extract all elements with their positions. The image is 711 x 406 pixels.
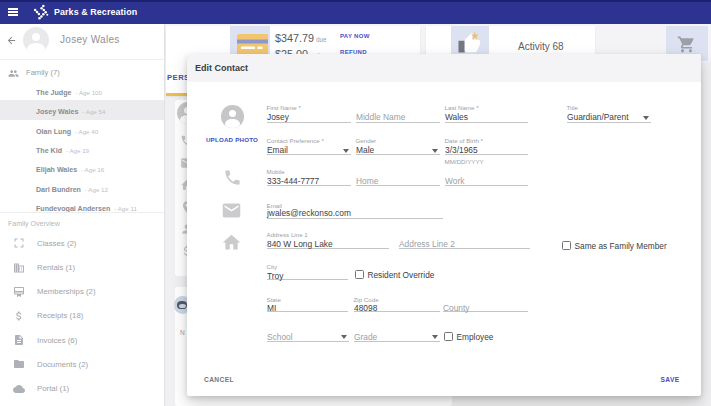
family-header[interactable]: Family (7): [26, 68, 60, 77]
app-bar-top-edge: [0, 0, 711, 2]
middle-name-field[interactable]: Middle Name: [356, 102, 441, 124]
field-value[interactable]: Guardian/Parent: [567, 112, 628, 122]
gender-select[interactable]: Gender Male: [356, 135, 441, 156]
family-member-row-selected[interactable]: Josey Wales- Age 54: [0, 100, 164, 119]
field-value[interactable]: Wales: [445, 112, 468, 122]
thumbs-up-star-icon: [458, 32, 481, 55]
date-of-birth-field[interactable]: Date of Birth * 3/3/1965: [445, 135, 529, 156]
sidebar-item-invoices[interactable]: Invoices (6): [0, 328, 164, 352]
field-value[interactable]: School: [267, 332, 293, 342]
sidebar: Josey Wales Family (7) The Judge- Age 10…: [0, 24, 165, 406]
field-value[interactable]: Email: [267, 145, 288, 155]
field-value[interactable]: Home: [356, 176, 378, 186]
county-field[interactable]: County: [443, 294, 528, 312]
divider: [0, 59, 164, 60]
cancel-button[interactable]: CANCEL: [204, 376, 234, 383]
field-label: Date of Birth *: [445, 137, 484, 144]
field-label: Zip Code: [354, 296, 379, 303]
field-value[interactable]: 3/3/1965: [445, 145, 478, 155]
title-select[interactable]: Title Guardian/Parent: [567, 102, 651, 124]
app-logo-icon: [32, 3, 49, 20]
sidebar-item-classes[interactable]: Classes (2): [0, 231, 164, 255]
sidebar-item-documents[interactable]: Documents (2): [0, 352, 164, 376]
sidebar-item-receipts[interactable]: Receipts (18): [0, 304, 164, 328]
menu-icon-bar: [8, 11, 18, 13]
grade-select[interactable]: Grade: [354, 330, 441, 342]
sidebar-item-label: Invoices (6): [37, 336, 77, 345]
dialog-title: Edit Contact: [195, 63, 248, 73]
last-name-field[interactable]: Last Name * Wales: [445, 102, 529, 124]
phone-icon: [223, 168, 242, 187]
sidebar-item-label: Rentals (1): [37, 263, 75, 272]
divider: [0, 212, 164, 213]
avatar-head: [229, 110, 237, 118]
contact-preference-select[interactable]: Contact Preference * Email: [267, 135, 351, 156]
mobile-phone-field[interactable]: Mobile 333-444-7777: [267, 166, 351, 186]
checkbox-label: Employee: [457, 332, 494, 342]
address-line2-field[interactable]: Address Line 2: [399, 229, 531, 249]
back-arrow-icon[interactable]: [6, 35, 17, 46]
family-member-row[interactable]: The Judge- Age 100: [0, 81, 164, 100]
field-value[interactable]: Male: [356, 145, 374, 155]
date-format-hint: MM/DD/YYYY: [445, 158, 484, 165]
family-member-row[interactable]: Darl Bundren- Age 12: [0, 178, 164, 197]
field-value[interactable]: 48098: [354, 303, 377, 313]
field-value[interactable]: MI: [267, 303, 276, 313]
family-member-row[interactable]: Fundevogal Andersen- Age 11: [0, 197, 164, 216]
sidebar-item-portal[interactable]: Portal (1): [0, 377, 164, 401]
activity-label: Activity 68: [518, 41, 564, 52]
field-value[interactable]: Middle Name: [356, 112, 405, 122]
home-phone-field[interactable]: Home: [356, 166, 441, 186]
family-member-row[interactable]: The Kid- Age 19: [0, 139, 164, 158]
chevron-down-icon: [343, 149, 349, 153]
membership-card-icon: [13, 286, 25, 298]
field-value[interactable]: County: [443, 303, 470, 313]
field-value[interactable]: 333-444-7777: [267, 176, 319, 186]
email-field[interactable]: Email jwales@reckonso.com: [267, 200, 443, 219]
profile-avatar[interactable]: [23, 27, 49, 53]
chevron-down-icon: [432, 149, 438, 153]
field-value[interactable]: Troy: [267, 271, 283, 281]
amount-due: $347.79: [275, 32, 314, 44]
member-age: - Age 11: [114, 205, 137, 212]
dollar-icon: [13, 310, 25, 322]
field-label: Gender: [356, 137, 377, 144]
family-icon: [8, 68, 19, 79]
menu-icon[interactable]: [8, 8, 18, 16]
upload-photo-button[interactable]: UPLOAD PHOTO: [192, 136, 272, 143]
save-button[interactable]: SAVE: [660, 376, 679, 383]
member-name: Darl Bundren: [36, 186, 81, 194]
sidebar-item-memberships[interactable]: Memberships (2): [0, 280, 164, 304]
shopping-cart-icon[interactable]: [677, 35, 696, 54]
state-field[interactable]: State MI: [267, 294, 348, 312]
checkbox-box[interactable]: [444, 332, 454, 342]
work-phone-field[interactable]: Work: [445, 166, 529, 186]
field-value[interactable]: Work: [445, 176, 464, 186]
zip-code-field[interactable]: Zip Code 48098: [354, 294, 441, 312]
checkbox-box[interactable]: [562, 241, 572, 251]
pay-now-link[interactable]: PAY NOW: [340, 33, 370, 39]
city-field[interactable]: City Troy: [267, 261, 348, 281]
family-member-row[interactable]: Olan Lung- Age 40: [0, 120, 164, 139]
chevron-down-icon: [643, 116, 649, 120]
sidebar-item-label: Portal (1): [37, 384, 69, 393]
school-select[interactable]: School: [267, 330, 349, 342]
address-line1-field[interactable]: Address Line 1 840 W Long Lake: [267, 229, 389, 249]
field-label: Title: [567, 104, 578, 111]
field-value[interactable]: 840 W Long Lake: [267, 239, 333, 249]
first-name-field[interactable]: First Name * Josey: [267, 102, 351, 124]
checkbox-box[interactable]: [355, 270, 365, 280]
field-value[interactable]: jwales@reckonso.com: [267, 208, 351, 218]
field-value[interactable]: Address Line 2: [399, 239, 455, 249]
family-member-row[interactable]: Elijah Wales- Age 16: [0, 158, 164, 177]
field-value[interactable]: Grade: [354, 332, 377, 342]
sidebar-item-label: Receipts (18): [37, 311, 83, 320]
mail-icon: [221, 200, 242, 221]
home-icon: [221, 232, 242, 253]
sidebar-item-rentals[interactable]: Rentals (1): [0, 256, 164, 280]
member-name: The Judge: [36, 89, 71, 97]
member-age: - Age 19: [66, 147, 89, 154]
field-value[interactable]: Josey: [267, 112, 289, 122]
app-bar: Parks & Recreation: [0, 0, 711, 24]
avatar-shoulders: [27, 43, 44, 53]
